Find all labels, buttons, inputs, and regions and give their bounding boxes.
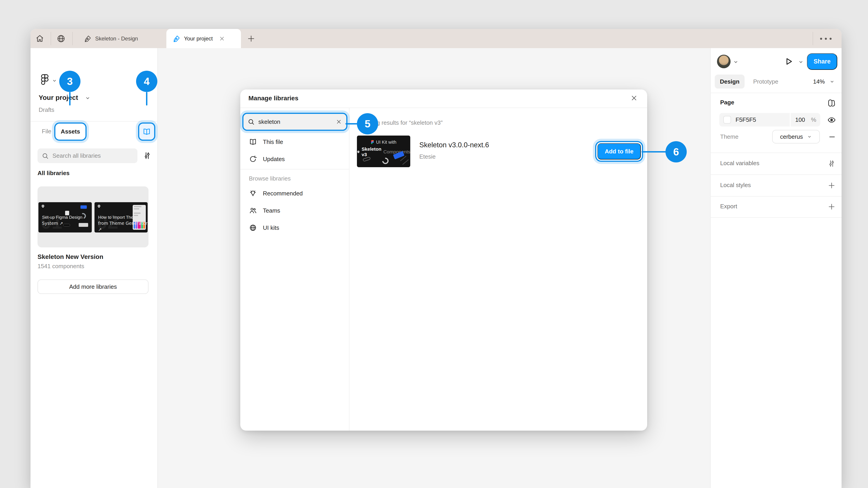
- local-variables-section[interactable]: Local variables: [711, 153, 842, 174]
- page-opacity-field[interactable]: 100 %: [791, 113, 820, 127]
- divider: [349, 108, 349, 431]
- close-dialog-icon[interactable]: [629, 93, 640, 103]
- step-badge-4: 4: [136, 71, 157, 92]
- globe-icon: [249, 224, 257, 232]
- browse-libraries-header: Browse libraries: [249, 174, 291, 183]
- result-author: Etesie: [419, 153, 436, 160]
- present-play-icon[interactable]: [783, 56, 794, 67]
- skull-icon: [41, 204, 45, 208]
- lightbulb-icon: [249, 189, 257, 197]
- export-section[interactable]: Export: [711, 196, 842, 217]
- theme-label: Theme: [720, 130, 739, 143]
- opacity-value[interactable]: 100: [795, 116, 805, 123]
- add-style-icon[interactable]: [827, 181, 836, 190]
- chevron-down-icon[interactable]: [52, 78, 57, 84]
- clear-search-icon[interactable]: [336, 119, 342, 125]
- theme-dropdown[interactable]: cerberus: [772, 130, 820, 143]
- thumb-blue-button: [81, 205, 87, 209]
- thumb-title: How to Import Themefrom Theme Generator …: [98, 215, 148, 232]
- tab-file[interactable]: File: [42, 127, 51, 136]
- chevron-down-icon[interactable]: [798, 59, 804, 65]
- percent-sign: %: [811, 116, 816, 123]
- variables-sliders-icon[interactable]: [827, 159, 836, 168]
- nav-this-file[interactable]: This file: [243, 134, 346, 150]
- new-tab-button[interactable]: [246, 34, 256, 43]
- page-color-field[interactable]: F5F5F5: [719, 113, 790, 127]
- left-sidebar: Your project Drafts File Assets: [31, 48, 158, 488]
- nav-label: Recommended: [263, 190, 303, 197]
- divider: [31, 121, 157, 122]
- library-thumbnail-2: 02 How to Import Themefrom: [94, 202, 148, 232]
- page-color-row[interactable]: F5F5F5 100 %: [719, 113, 820, 127]
- skull-icon: [97, 204, 101, 208]
- more-options-icon[interactable]: [817, 35, 835, 42]
- tab-assets[interactable]: Assets: [55, 124, 86, 140]
- chevron-down-icon: [807, 134, 812, 139]
- dialog-search-field[interactable]: [243, 114, 346, 130]
- library-search-field[interactable]: [37, 149, 137, 163]
- thumb-spinner: [381, 156, 390, 165]
- add-to-file-button[interactable]: Add to file: [597, 143, 641, 160]
- zoom-level: 14%: [813, 78, 825, 85]
- manage-libraries-dialog: Manage libraries This file: [240, 90, 647, 431]
- zoom-control[interactable]: 14%: [813, 74, 835, 89]
- nav-recommended[interactable]: Recommended: [243, 185, 346, 201]
- pages-icon[interactable]: [827, 98, 836, 108]
- tab-prototype[interactable]: Prototype: [753, 74, 778, 89]
- avatar[interactable]: [717, 55, 731, 68]
- tab-design[interactable]: Design: [715, 74, 745, 89]
- chevron-down-icon: [829, 79, 835, 84]
- pen-icon: [173, 35, 180, 42]
- color-hex-value[interactable]: F5F5F5: [736, 116, 756, 123]
- nav-label: Updates: [263, 156, 285, 163]
- share-button[interactable]: Share: [807, 53, 837, 70]
- filter-sliders-icon[interactable]: [142, 151, 152, 161]
- tab-bar: Skeleton - Design Your project: [31, 29, 842, 48]
- badge-5-connector: [345, 123, 358, 125]
- dialog-search-input[interactable]: [258, 119, 326, 125]
- tab-your-project[interactable]: Your project: [166, 29, 241, 48]
- color-swatch[interactable]: [723, 116, 731, 124]
- search-input[interactable]: [53, 152, 127, 159]
- tab-label: Your project: [184, 35, 213, 42]
- remove-theme-icon[interactable]: [827, 132, 837, 142]
- dialog-title: Manage libraries: [248, 94, 298, 103]
- thumb-line1: UI Kit with: [357, 140, 410, 145]
- divider: [240, 169, 349, 169]
- chevron-down-icon[interactable]: [85, 95, 91, 101]
- home-icon[interactable]: [35, 33, 45, 44]
- section-title: All libraries: [37, 170, 70, 177]
- add-export-icon[interactable]: [827, 202, 836, 212]
- project-title[interactable]: Your project: [39, 94, 78, 101]
- nav-updates[interactable]: Updates: [243, 151, 346, 167]
- add-more-libraries-button[interactable]: Add more libraries: [37, 280, 149, 294]
- divider: [711, 217, 842, 218]
- step-badge-6: 6: [665, 141, 687, 162]
- step-badge-3: 3: [59, 71, 81, 92]
- chevron-down-icon[interactable]: [733, 59, 739, 65]
- local-styles-section[interactable]: Local styles: [711, 174, 842, 196]
- thumb-title: Set-up Figma DesignSystem ↗: [42, 215, 82, 226]
- nav-teams[interactable]: Teams: [243, 202, 346, 219]
- book-icon: [143, 127, 151, 136]
- close-tab-icon[interactable]: [219, 35, 225, 42]
- result-title[interactable]: Skeleton v3.0.0-next.6: [419, 141, 489, 149]
- tab-skeleton-design[interactable]: Skeleton - Design: [78, 29, 144, 48]
- figma-app: Skeleton - Design Your project: [0, 0, 868, 488]
- tabbar-separator: [72, 32, 73, 45]
- library-thumbnail-1: 01 Set-up Figma DesignSystem ↗: [38, 202, 92, 232]
- divider: [711, 93, 842, 93]
- library-card[interactable]: 01 Set-up Figma DesignSystem ↗ 02: [37, 186, 149, 248]
- search-icon: [248, 118, 255, 125]
- library-name[interactable]: Skeleton New Version: [37, 253, 103, 260]
- browser-globe-icon[interactable]: [56, 33, 66, 44]
- nav-ui-kits[interactable]: UI kits: [243, 220, 346, 236]
- tabbar-separator: [813, 32, 813, 45]
- thumb-shape: [402, 159, 409, 165]
- visibility-eye-icon[interactable]: [827, 115, 836, 125]
- libraries-button[interactable]: [139, 124, 154, 140]
- pen-icon: [84, 35, 92, 42]
- users-icon: [249, 206, 257, 215]
- section-label: Local variables: [720, 160, 759, 167]
- figma-menu-icon[interactable]: [40, 74, 49, 87]
